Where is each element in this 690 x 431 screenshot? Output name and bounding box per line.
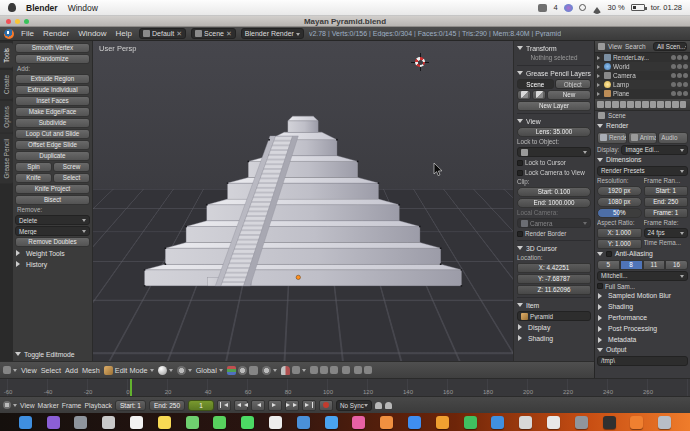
collapsed-panel-header[interactable]: Metadata <box>597 335 688 345</box>
apple-menu-icon[interactable] <box>8 3 16 12</box>
start-frame-field[interactable]: Start: 1 <box>115 400 146 411</box>
knife-project-button[interactable]: Knife Project <box>15 184 90 194</box>
aa-samples-5[interactable]: 5 <box>597 260 620 270</box>
zoom-window-button[interactable] <box>24 19 29 24</box>
mesh-tool-button[interactable]: Extrude Individual <box>15 85 90 95</box>
timeline-menu-frame[interactable]: Frame <box>62 402 82 409</box>
dock-app-icon[interactable] <box>658 416 671 429</box>
menu-file[interactable]: File <box>19 29 36 38</box>
dock-app-icon[interactable] <box>464 416 477 429</box>
orientation-dropdown[interactable]: Global <box>196 366 223 375</box>
transform-panel-header[interactable]: Transform <box>517 43 591 53</box>
mesh-menu[interactable]: Mesh <box>82 366 100 375</box>
dock-app-icon[interactable] <box>575 416 588 429</box>
gp-tab-scene[interactable]: Scene <box>517 79 554 89</box>
frame-rate-dropdown[interactable]: 24 fps <box>644 228 689 238</box>
render-audio-button[interactable]: Audio <box>658 132 688 144</box>
anti-aliasing-panel-header[interactable]: Anti-Aliasing <box>597 249 688 259</box>
full-sample-checkbox[interactable]: Full Sam... <box>597 282 688 291</box>
selectability-icon[interactable] <box>677 64 682 69</box>
dock-app-icon[interactable] <box>74 416 87 429</box>
dock-app-icon[interactable] <box>491 416 504 429</box>
knife-select-button[interactable]: Select <box>53 173 90 183</box>
dock-app-icon[interactable] <box>519 416 532 429</box>
occlude-geometry-icon[interactable] <box>342 366 350 374</box>
magnet-icon[interactable] <box>281 366 290 375</box>
3d-cursor[interactable] <box>413 55 427 69</box>
gp-erase-button[interactable] <box>532 90 546 100</box>
bisect-button[interactable]: Bisect <box>15 195 90 205</box>
item-panel-header[interactable]: Item <box>517 300 591 310</box>
shading-panel-header[interactable]: Shading <box>517 333 591 343</box>
select-menu[interactable]: Select <box>41 366 61 375</box>
output-panel-header[interactable]: Output <box>597 345 688 355</box>
close-window-button[interactable] <box>6 19 11 24</box>
outliner-menu-search[interactable]: Search <box>625 43 646 50</box>
outliner-scope-dropdown[interactable]: All Scen... <box>653 42 687 51</box>
screen-layout-selector[interactable]: Default ✕ <box>139 28 186 39</box>
renderability-icon[interactable] <box>683 55 688 60</box>
lock-object-field[interactable] <box>517 147 591 157</box>
mesh-tool-button[interactable]: Extrude Region <box>15 74 90 84</box>
dock-app-icon[interactable] <box>186 416 199 429</box>
renderability-icon[interactable] <box>683 73 688 78</box>
render-still-button[interactable]: Render <box>597 132 627 144</box>
lock-camera-checkbox[interactable]: Lock Camera to View <box>517 168 591 177</box>
collapsed-panel-header[interactable]: Sampled Motion Blur <box>597 291 688 301</box>
mesh-tool-button[interactable]: Loop Cut and Slide <box>15 129 90 139</box>
pivot-dropdown[interactable] <box>177 366 192 375</box>
opengl-render-anim-icon[interactable] <box>364 366 372 374</box>
scene-selector[interactable]: Scene ✕ <box>191 28 236 39</box>
resolution-y-slider[interactable]: 1080 px <box>597 197 642 207</box>
unlink-icon[interactable]: ✕ <box>176 30 182 38</box>
expand-arrow-icon[interactable] <box>597 83 602 87</box>
display-panel-header[interactable]: Display <box>517 322 591 332</box>
output-path-field[interactable]: /tmp\ <box>597 356 688 366</box>
view-panel-header[interactable]: View <box>517 116 591 126</box>
face-select-icon[interactable] <box>330 366 338 374</box>
expand-arrow-icon[interactable] <box>597 65 602 69</box>
outliner-row[interactable]: Lamp <box>595 80 690 89</box>
mesh-tool-button[interactable]: Duplicate <box>15 151 90 161</box>
aa-filter-dropdown[interactable]: Mitchell... <box>597 271 688 281</box>
visibility-icon[interactable] <box>671 91 676 96</box>
renderability-icon[interactable] <box>683 91 688 96</box>
remove-doubles-button[interactable]: Remove Doubles <box>15 237 90 247</box>
selectability-icon[interactable] <box>677 82 682 87</box>
edge-select-icon[interactable] <box>320 366 328 374</box>
mesh-tool-button[interactable]: Make Edge/Face <box>15 107 90 117</box>
current-frame-indicator[interactable] <box>130 379 132 396</box>
aa-samples-11[interactable]: 11 <box>643 260 666 270</box>
frame-start-field[interactable]: Start: 1 <box>644 186 689 196</box>
resolution-percentage-slider[interactable]: 50% <box>597 208 642 218</box>
cursor-y-field[interactable]: Y: -7.68787 <box>517 274 591 284</box>
mesh-tool-button[interactable]: Inset Faces <box>15 96 90 106</box>
lock-to-cursor-checkbox[interactable]: Lock to Cursor <box>517 158 591 167</box>
texture-icon[interactable] <box>665 101 672 108</box>
view-menu[interactable]: View <box>21 366 37 375</box>
viewport-3d[interactable]: User Persp (1) Pyramid <box>93 41 513 361</box>
last-operator-panel[interactable]: Toggle Editmode <box>15 349 90 359</box>
gp-new-button[interactable]: New <box>547 90 591 100</box>
item-name-field[interactable]: Pyramid <box>517 311 591 321</box>
snap-element-icon[interactable] <box>292 366 300 374</box>
play-button[interactable] <box>268 400 282 411</box>
material-icon[interactable] <box>657 101 664 108</box>
proportional-edit-dropdown[interactable] <box>262 366 277 375</box>
siri-icon[interactable] <box>564 4 573 12</box>
menubar-clock[interactable]: tor. 01.28 <box>651 3 682 12</box>
render-presets-dropdown[interactable]: Render Presets <box>597 166 688 176</box>
editor-type-selector[interactable] <box>3 366 17 374</box>
frame-step-field[interactable]: Frame: 1 <box>644 208 689 218</box>
timeline-menu-playback[interactable]: Playback <box>84 402 112 409</box>
dock-app-icon[interactable] <box>436 416 449 429</box>
cursor-z-field[interactable]: Z: 11.62096 <box>517 285 591 295</box>
aspect-y-field[interactable]: Y: 1.000 <box>597 239 642 249</box>
aa-enable-checkbox[interactable] <box>606 251 612 257</box>
dock-app-icon[interactable] <box>130 416 143 429</box>
dock-app-icon[interactable] <box>603 416 616 429</box>
expand-arrow-icon[interactable] <box>597 56 602 60</box>
mesh-tool-button[interactable]: Offset Edge Slide <box>15 140 90 150</box>
outliner-menu-view[interactable]: View <box>608 43 622 50</box>
visibility-icon[interactable] <box>671 64 676 69</box>
